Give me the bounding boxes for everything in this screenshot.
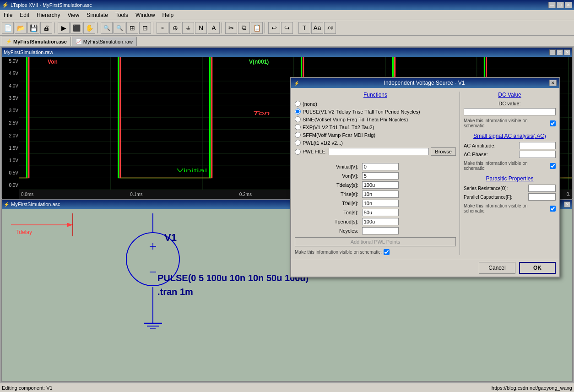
tab-asc[interactable]: ⚡ MyFirstSimulation.asc — [2, 37, 71, 46]
print-button[interactable]: 🖨 — [40, 22, 52, 34]
redo-button[interactable]: ↪ — [281, 22, 293, 34]
zoom-in-button[interactable]: 🔍 — [101, 22, 113, 34]
param-vinitial-input[interactable] — [362, 163, 399, 170]
ac-visible-label: Make this information visible on schemat… — [464, 161, 548, 171]
paste-button[interactable]: 📋 — [251, 22, 263, 34]
cancel-button[interactable]: Cancel — [479, 262, 515, 274]
menu-file[interactable]: File — [0, 11, 16, 19]
param-tperiod-input[interactable] — [362, 218, 399, 225]
label-button[interactable]: A — [208, 22, 220, 34]
param-tdelay-input[interactable] — [362, 181, 399, 189]
radio-pwl-inline-input[interactable] — [295, 140, 301, 146]
open-button[interactable]: 📂 — [15, 22, 27, 34]
dc-visible-checkbox[interactable] — [550, 120, 556, 126]
menu-view[interactable]: View — [64, 11, 83, 19]
param-tfall-input[interactable] — [362, 200, 399, 207]
param-tperiod-label: Tperiod[s]: — [295, 217, 360, 226]
ac-amplitude-input[interactable] — [519, 142, 556, 149]
schematic-title: ⚡MyFirstSimulation.asc — [4, 201, 60, 207]
tab-raw-label: MyFirstSimulation.raw — [83, 39, 133, 44]
waveform-minimize[interactable]: — — [549, 49, 556, 55]
series-resistance-input[interactable] — [528, 185, 556, 192]
title-text: LTspice XVII - MyFirstSimulation.asc — [11, 2, 92, 8]
param-ton: Ton[s]: — [295, 208, 456, 217]
param-ton-input[interactable] — [362, 209, 399, 216]
pwl-file-input[interactable] — [329, 148, 429, 155]
title-bar-controls[interactable]: — □ ✕ — [548, 2, 572, 8]
tran-label: .tran 1m — [157, 287, 193, 297]
new-button[interactable]: 📄 — [2, 22, 14, 34]
undo-button[interactable]: ↩ — [268, 22, 280, 34]
dialog-close-button[interactable]: ✕ — [549, 80, 557, 86]
browse-button[interactable]: Browse — [431, 147, 456, 156]
extra-button[interactable]: .op — [324, 22, 336, 34]
radio-none-input[interactable] — [295, 101, 301, 107]
radio-pwl-file[interactable]: PWL FILE: — [295, 149, 327, 155]
radio-sine[interactable]: SINE(Voffset Vamp Freq Td Theta Phi Ncyc… — [295, 116, 456, 122]
radio-exp[interactable]: EXP(V1 V2 Td1 Tau1 Td2 Tau2) — [295, 124, 456, 130]
series-resistance-row: Series Resistance[Ω]: — [464, 185, 556, 192]
param-ncycles-input[interactable] — [362, 227, 399, 234]
radio-sffm[interactable]: SFFM(Voff Vamp Fcar MDI Fsig) — [295, 132, 456, 138]
parasitic-visible-checkbox[interactable] — [550, 206, 556, 212]
radio-none[interactable]: (none) — [295, 101, 456, 107]
parasitic-visible-label: Make this information visible on schemat… — [464, 203, 548, 213]
wire-button[interactable]: ≈ — [157, 22, 168, 34]
zoom-out-button[interactable]: 🔍 — [114, 22, 125, 34]
net-button[interactable]: N — [195, 22, 207, 34]
ground-button[interactable]: ⏚ — [182, 22, 194, 34]
menu-simulate[interactable]: Simulate — [83, 11, 112, 19]
maximize-button[interactable]: □ — [557, 2, 564, 8]
ac-title: Small signal AC analysis(.AC) — [464, 133, 556, 139]
svg-text:Tdelay: Tdelay — [16, 229, 32, 235]
menu-tools[interactable]: Tools — [112, 11, 132, 19]
ac-phase-input[interactable] — [519, 151, 556, 158]
radio-pulse-input[interactable] — [295, 109, 301, 114]
stop-button[interactable]: ⬛ — [70, 22, 82, 34]
toolbar-sep6 — [295, 22, 297, 33]
save-button[interactable]: 💾 — [27, 22, 39, 34]
radio-sine-input[interactable] — [295, 116, 301, 122]
radio-pwl-inline-label: PWL(t1 v1t2 v2...) — [303, 140, 343, 146]
radio-pwl-inline[interactable]: PWL(t1 v1t2 v2...) — [295, 140, 456, 146]
bottom-visible-checkbox[interactable] — [384, 249, 390, 255]
ac-visible-checkbox[interactable] — [550, 163, 556, 169]
run-button[interactable]: ▶ — [58, 22, 70, 34]
radio-none-label: (none) — [303, 101, 317, 107]
radio-pulse[interactable]: PULSE(V1 V2 Tdelay Trise Tfall Ton Perio… — [295, 109, 456, 114]
radio-exp-input[interactable] — [295, 124, 301, 130]
font-button[interactable]: Aa — [311, 22, 323, 34]
toolbar-sep2 — [97, 22, 99, 33]
tab-raw[interactable]: 📈 MyFirstSimulation.raw — [72, 37, 137, 46]
waveform-controls[interactable]: — □ ✕ — [549, 49, 570, 55]
ac-visible-row: Make this information visible on schemat… — [464, 161, 556, 171]
radio-sffm-input[interactable] — [295, 132, 301, 138]
waveform-maximize[interactable]: □ — [557, 49, 563, 55]
param-von-input[interactable] — [362, 172, 399, 180]
zoom-fit-button[interactable]: ⊞ — [126, 22, 138, 34]
copy-button[interactable]: ⧉ — [238, 22, 250, 34]
close-button[interactable]: ✕ — [565, 2, 572, 8]
component-button[interactable]: ⊕ — [169, 22, 181, 34]
schematic-close[interactable]: ✕ — [564, 201, 570, 207]
additional-pwl-button[interactable]: Additional PWL Points — [295, 237, 456, 246]
ok-button[interactable]: OK — [519, 262, 556, 274]
cut-button[interactable]: ✂ — [225, 22, 237, 34]
dc-value-input[interactable] — [464, 108, 556, 115]
menu-window[interactable]: Window — [132, 11, 159, 19]
waveform-close[interactable]: ✕ — [564, 49, 570, 55]
minimize-button[interactable]: — — [548, 2, 556, 8]
menu-help[interactable]: Help — [159, 11, 178, 19]
menu-edit[interactable]: Edit — [16, 11, 33, 19]
hand-tool[interactable]: ✋ — [83, 22, 95, 34]
param-trise-input[interactable] — [362, 191, 399, 198]
param-ncycles-label: Ncycles: — [295, 226, 360, 235]
parallel-capacitance-input[interactable] — [528, 193, 556, 201]
text-button[interactable]: T — [298, 22, 310, 34]
zoom-rect-button[interactable]: ⊡ — [139, 22, 151, 34]
document-tabs: ⚡ MyFirstSimulation.asc 📈 MyFirstSimulat… — [0, 36, 574, 46]
param-von-label: Von[V]: — [295, 171, 360, 180]
radio-pwl-file-input[interactable] — [295, 149, 301, 155]
parallel-capacitance-label: Parallel Capacitance[F]: — [464, 195, 512, 200]
menu-hierarchy[interactable]: Hierarchy — [33, 11, 64, 19]
